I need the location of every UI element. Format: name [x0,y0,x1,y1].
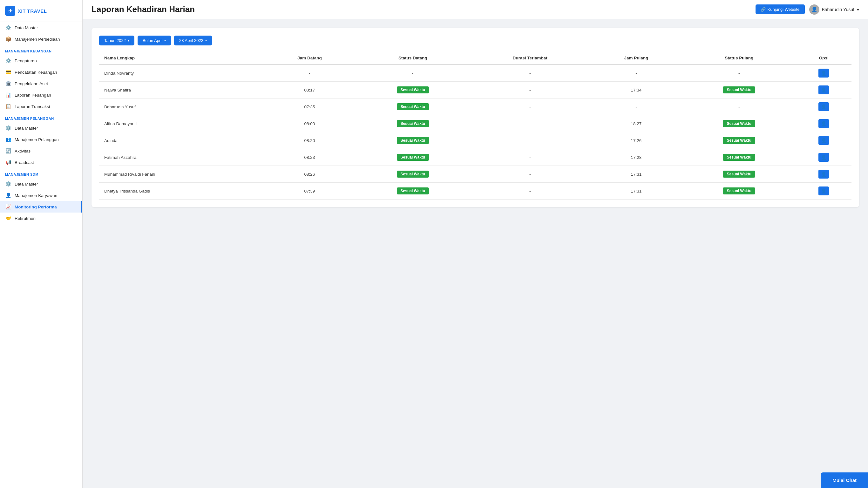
table-cell: Sesuai Waktu [682,183,796,200]
table-cell: Adinda [99,132,264,149]
sidebar-item-broadcast[interactable]: 📢 Broadcast [0,157,82,168]
table-cell: Sesuai Waktu [682,149,796,166]
table-cell: - [470,166,590,183]
table-cell: - [590,98,682,115]
table-cell: - [470,82,590,98]
table-cell-action: 👤 [796,115,851,132]
sidebar-item-label: Manajemen Pelanggan [14,137,59,142]
table-cell: Sesuai Waktu [356,166,470,183]
handshake-icon: 🤝 [5,215,11,221]
sidebar-item-label: Monitoring Performa [14,205,57,209]
chevron-down-icon: ▾ [164,39,166,42]
col-header-jam-pulang: Jam Pulang [590,52,682,64]
status-badge: Sesuai Waktu [723,154,755,161]
table-cell: - [470,132,590,149]
sidebar-item-manajemen-karyawan[interactable]: 👤 Manajemen Karyawan [0,190,82,201]
view-detail-button[interactable]: 👤 [818,69,829,78]
sidebar-item-data-master-pelanggan[interactable]: ⚙️ Data Master [0,122,82,134]
status-badge: Sesuai Waktu [397,86,429,93]
user-menu[interactable]: 👤 Baharudin Yusuf ▾ [809,4,860,14]
table-cell: Alfina Damayanti [99,115,264,132]
visit-website-button[interactable]: 🔗 Kunjungi Website [755,4,805,14]
gear-icon: ⚙️ [5,58,11,64]
gear-icon: ⚙️ [5,25,11,30]
table-cell-action: 👤 [796,149,851,166]
table-cell: 08:17 [264,82,356,98]
sidebar-item-label: Manajemen Karyawan [14,193,57,198]
filter-tahun-button[interactable]: Tahun 2022 ▾ [99,36,134,45]
col-header-status-datang: Status Datang [356,52,470,64]
sidebar-item-manajemen-pelanggan[interactable]: 👥 Manajemen Pelanggan [0,134,82,145]
chevron-down-icon: ▾ [205,39,207,42]
status-badge: Sesuai Waktu [723,171,755,178]
sidebar-item-laporan-transaksi[interactable]: 📋 Laporan Transaksi [0,101,82,112]
view-detail-button[interactable]: 👤 [818,186,829,195]
view-detail-button[interactable]: 👤 [818,86,829,94]
table-cell: 17:31 [590,166,682,183]
sidebar-item-aset[interactable]: 🏛️ Pengelolaan Aset [0,78,82,89]
topbar-right: 🔗 Kunjungi Website 👤 Baharudin Yusuf ▾ [755,4,859,14]
sidebar-item-label: Laporan Transaksi [14,104,50,109]
sidebar-item-label: Pengelolaan Aset [14,81,48,86]
sidebar-item-data-master-top[interactable]: ⚙️ Data Master [0,22,82,33]
building-icon: 🏛️ [5,81,11,86]
table-cell: Sesuai Waktu [356,132,470,149]
sidebar-logo[interactable]: ✈ XIT TRAVEL [0,0,82,22]
table-cell-action: 👤 [796,82,851,98]
sidebar-item-label: Data Master [14,25,38,30]
sidebar-item-rekrutmen[interactable]: 🤝 Rekrutmen [0,213,82,224]
sidebar-item-label: Aktivitas [14,149,31,153]
col-header-status-pulang: Status Pulang [682,52,796,64]
table-cell: - [470,98,590,115]
status-badge: Sesuai Waktu [397,103,429,110]
status-badge: Sesuai Waktu [397,187,429,194]
table-cell: - [356,64,470,82]
table-cell: 17:34 [590,82,682,98]
sidebar-item-persediaan[interactable]: 📦 Manajemen Persediaan [0,33,82,45]
box-icon: 📦 [5,36,11,42]
filter-row: Tahun 2022 ▾ Bulan April ▾ 28 April 2022… [99,36,851,45]
view-detail-button[interactable]: 👤 [818,136,829,145]
table-cell: - [682,98,796,115]
trending-icon: 📈 [5,204,11,210]
sidebar: ✈ XIT TRAVEL ⚙️ Data Master 📦 Manajemen … [0,0,83,488]
view-detail-button[interactable]: 👤 [818,153,829,162]
table-cell: 17:26 [590,132,682,149]
filter-tahun-label: Tahun 2022 [104,38,126,43]
section-label-sdm: MANAJEMEN SDM [0,168,82,178]
table-row: Muhammad Rivaldi Fanani08:26Sesuai Waktu… [99,166,851,183]
sidebar-item-label: Pencatatan Keuangan [14,70,57,75]
sidebar-section-top: ⚙️ Data Master 📦 Manajemen Persediaan [0,22,82,45]
sidebar-item-laporan-keuangan[interactable]: 📊 Laporan Keuangan [0,89,82,101]
sidebar-item-data-master-sdm[interactable]: ⚙️ Data Master [0,178,82,190]
table-row: Fatimah Azzahra08:23Sesuai Waktu-17:28Se… [99,149,851,166]
chart-icon: 📊 [5,92,11,98]
table-row: Najwa Shafira08:17Sesuai Waktu-17:34Sesu… [99,82,851,98]
sidebar-item-pengaturan[interactable]: ⚙️ Pengaturan [0,55,82,66]
status-badge: Sesuai Waktu [397,137,429,144]
status-badge: Sesuai Waktu [723,187,755,194]
users-icon: 👥 [5,136,11,142]
table-cell: Najwa Shafira [99,82,264,98]
filter-bulan-button[interactable]: Bulan April ▾ [137,36,171,45]
chat-button[interactable]: Mulai Chat [821,472,868,488]
table-cell: Sesuai Waktu [356,82,470,98]
view-detail-button[interactable]: 👤 [818,102,829,111]
table-cell: 07:39 [264,183,356,200]
filter-tanggal-button[interactable]: 28 April 2022 ▾ [174,36,212,45]
attendance-table: Nama Lengkap Jam Datang Status Datang Du… [99,52,851,200]
table-cell: Sesuai Waktu [356,98,470,115]
page-title: Laporan Kehadiran Harian [92,4,195,14]
table-cell: 08:26 [264,166,356,183]
view-detail-button[interactable]: 👤 [818,170,829,179]
table-cell: - [470,149,590,166]
status-badge: Sesuai Waktu [397,154,429,161]
view-detail-button[interactable]: 👤 [818,119,829,128]
table-cell: 07:35 [264,98,356,115]
sidebar-item-aktivitas[interactable]: 🔄 Aktivitas [0,145,82,157]
sidebar-item-monitoring-performa[interactable]: 📈 Monitoring Performa [0,201,82,213]
gear-icon: ⚙️ [5,181,11,187]
sidebar-item-pencatatan[interactable]: 💳 Pencatatan Keuangan [0,66,82,78]
table-row: Dhetya Trissanda Gadis07:39Sesuai Waktu-… [99,183,851,200]
table-cell: - [470,115,590,132]
